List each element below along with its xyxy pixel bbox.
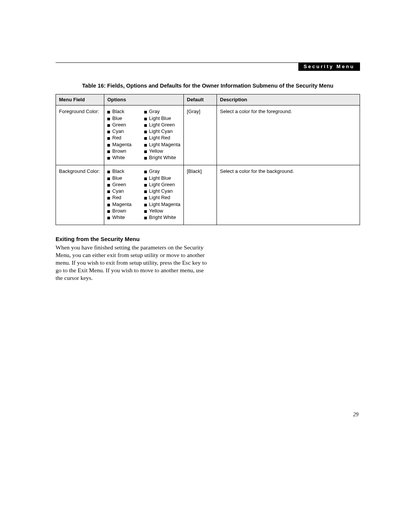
option-item: Cyan: [107, 188, 137, 194]
square-bullet-icon: [144, 204, 147, 206]
option-label: Light Cyan: [149, 128, 173, 134]
option-label: Light Magenta: [149, 201, 180, 208]
option-label: Light Green: [149, 122, 175, 128]
cell-description: Select a color for the background.: [217, 165, 360, 225]
option-item: Light Red: [144, 135, 180, 141]
cell-description: Select a color for the foreground.: [217, 105, 360, 165]
options-column: BlackBlueGreenCyanRedMagentaBrownWhite: [107, 109, 137, 161]
option-label: Blue: [112, 175, 122, 181]
option-label: Gray: [149, 168, 160, 174]
table-header-row: Menu Field Options Default Description: [56, 94, 360, 105]
square-bullet-icon: [107, 137, 110, 140]
square-bullet-icon: [107, 184, 110, 187]
square-bullet-icon: [107, 204, 110, 206]
option-item: Yellow: [144, 208, 180, 214]
option-label: Green: [112, 122, 126, 128]
option-item: Magenta: [107, 142, 137, 148]
square-bullet-icon: [144, 137, 147, 140]
options-columns: BlackBlueGreenCyanRedMagentaBrownWhiteGr…: [107, 168, 180, 221]
square-bullet-icon: [107, 118, 110, 120]
option-item: Light Red: [144, 195, 180, 201]
square-bullet-icon: [144, 124, 147, 127]
square-bullet-icon: [144, 111, 147, 113]
option-label: Brown: [112, 148, 126, 154]
cell-options: BlackBlueGreenCyanRedMagentaBrownWhiteGr…: [104, 105, 184, 165]
section-heading: Exiting from the Security Menu: [56, 236, 360, 242]
table-row: Foreground Color:BlackBlueGreenCyanRedMa…: [56, 105, 360, 165]
cell-menu-field: Foreground Color:: [56, 105, 104, 165]
square-bullet-icon: [144, 210, 147, 213]
square-bullet-icon: [107, 217, 110, 219]
square-bullet-icon: [107, 171, 110, 173]
square-bullet-icon: [144, 118, 147, 120]
option-label: White: [112, 155, 125, 161]
option-label: Green: [112, 182, 126, 188]
option-item: Black: [107, 168, 137, 174]
section-header-bar: Security Menu: [298, 62, 360, 71]
table-caption: Table 16: Fields, Options and Defaults f…: [56, 83, 360, 89]
option-item: Light Magenta: [144, 142, 180, 148]
option-label: Black: [112, 168, 124, 174]
square-bullet-icon: [144, 190, 147, 193]
option-item: Light Green: [144, 182, 180, 188]
th-default: Default: [184, 94, 217, 105]
option-item: Green: [107, 122, 137, 128]
option-item: Light Magenta: [144, 201, 180, 208]
option-label: White: [112, 214, 125, 220]
section-body: When you have finished setting the param…: [56, 244, 212, 281]
option-item: Light Cyan: [144, 128, 180, 134]
option-item: Magenta: [107, 201, 137, 208]
option-label: Red: [112, 135, 121, 141]
cell-options: BlackBlueGreenCyanRedMagentaBrownWhiteGr…: [104, 165, 184, 225]
option-label: Magenta: [112, 142, 132, 148]
square-bullet-icon: [107, 111, 110, 113]
option-item: White: [107, 214, 137, 220]
square-bullet-icon: [107, 144, 110, 147]
square-bullet-icon: [144, 177, 147, 180]
option-label: Bright White: [149, 155, 176, 161]
options-column: BlackBlueGreenCyanRedMagentaBrownWhite: [107, 168, 137, 221]
option-label: Yellow: [149, 148, 163, 154]
option-label: Light Magenta: [149, 142, 180, 148]
option-label: Light Green: [149, 182, 175, 188]
option-item: Light Blue: [144, 115, 180, 121]
option-item: Cyan: [107, 128, 137, 134]
square-bullet-icon: [107, 197, 110, 200]
option-item: White: [107, 155, 137, 161]
option-item: Red: [107, 135, 137, 141]
option-label: Light Blue: [149, 115, 171, 121]
option-item: Green: [107, 182, 137, 188]
option-label: Yellow: [149, 208, 163, 214]
option-item: Black: [107, 109, 137, 115]
cell-default: [Gray]: [184, 105, 217, 165]
option-item: Blue: [107, 175, 137, 181]
option-label: Light Blue: [149, 175, 171, 181]
square-bullet-icon: [144, 217, 147, 219]
square-bullet-icon: [107, 210, 110, 213]
option-label: Cyan: [112, 128, 124, 134]
square-bullet-icon: [144, 157, 147, 160]
option-label: Light Red: [149, 135, 170, 141]
option-item: Gray: [144, 168, 180, 174]
option-item: Yellow: [144, 148, 180, 154]
option-item: Bright White: [144, 214, 180, 220]
option-item: Brown: [107, 208, 137, 214]
option-label: Blue: [112, 115, 122, 121]
option-item: Blue: [107, 115, 137, 121]
square-bullet-icon: [107, 190, 110, 193]
square-bullet-icon: [144, 131, 147, 133]
options-column: GrayLight BlueLight GreenLight CyanLight…: [144, 109, 180, 161]
square-bullet-icon: [144, 144, 147, 147]
table-body: Foreground Color:BlackBlueGreenCyanRedMa…: [56, 105, 360, 225]
option-item: Light Green: [144, 122, 180, 128]
option-label: Red: [112, 195, 121, 201]
option-item: Light Cyan: [144, 188, 180, 194]
th-options: Options: [104, 94, 184, 105]
options-column: GrayLight BlueLight GreenLight CyanLight…: [144, 168, 180, 221]
square-bullet-icon: [107, 124, 110, 127]
option-item: Brown: [107, 148, 137, 154]
square-bullet-icon: [107, 150, 110, 153]
option-label: Gray: [149, 109, 160, 115]
section-header-label: Security Menu: [304, 64, 355, 69]
square-bullet-icon: [144, 184, 147, 187]
